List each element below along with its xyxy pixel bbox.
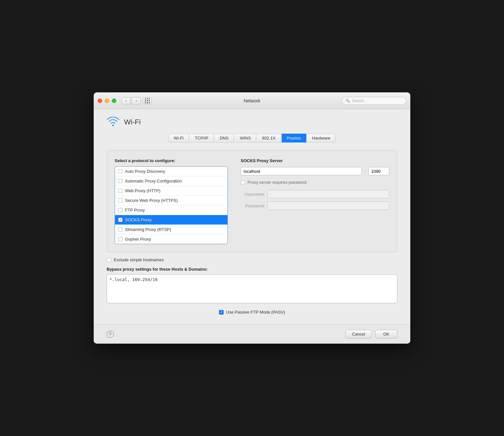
requires-password-row: Proxy server requires password bbox=[241, 180, 389, 185]
ok-button[interactable]: OK bbox=[375, 330, 397, 338]
maximize-button[interactable] bbox=[112, 99, 116, 103]
protocol-gopher-proxy-label: Gopher Proxy bbox=[125, 237, 151, 242]
protocol-ftp-proxy-label: FTP Proxy bbox=[125, 208, 145, 213]
traffic-lights bbox=[98, 99, 116, 103]
passive-checkmark-icon: ✓ bbox=[220, 311, 223, 314]
protocol-auto-config[interactable]: Automatic Proxy Configuration bbox=[115, 176, 227, 186]
wifi-label: Wi-Fi bbox=[124, 118, 141, 126]
checkbox-auto-discovery[interactable] bbox=[118, 169, 122, 173]
grid-view-button[interactable] bbox=[143, 97, 152, 104]
password-label: Password: bbox=[241, 203, 265, 208]
tab-proxies[interactable]: Proxies bbox=[282, 134, 306, 142]
protocol-ftp-proxy[interactable]: FTP Proxy bbox=[115, 205, 227, 215]
passive-ftp-label: Use Passive FTP Mode (PASV) bbox=[226, 310, 285, 315]
server-row: : bbox=[241, 167, 389, 175]
content-area: Wi-Fi Wi-Fi TCP/IP DNS WINS 802.1X Proxi… bbox=[94, 109, 410, 324]
tab-dns[interactable]: DNS bbox=[215, 134, 234, 142]
footer-actions: Cancel OK bbox=[345, 330, 397, 338]
protocol-section-label: Select a protocol to configure: bbox=[115, 158, 228, 163]
protocol-auto-discovery[interactable]: Auto Proxy Discovery bbox=[115, 167, 227, 176]
username-row: Username: bbox=[241, 190, 389, 198]
nav-buttons: ‹ › bbox=[121, 97, 141, 104]
checkbox-auto-config[interactable] bbox=[118, 179, 122, 183]
wifi-icon bbox=[107, 117, 120, 127]
colon-separator: : bbox=[364, 169, 366, 174]
back-button[interactable]: ‹ bbox=[121, 97, 131, 104]
passive-ftp-checkbox[interactable]: ✓ bbox=[219, 310, 224, 315]
bypass-textarea[interactable]: *.local, 169.254/16 bbox=[107, 274, 397, 303]
exclude-label: Exclude simple hostnames bbox=[114, 257, 164, 262]
wifi-header: Wi-Fi bbox=[107, 117, 397, 127]
search-placeholder: Search bbox=[352, 99, 364, 103]
tab-bar: Wi-Fi TCP/IP DNS WINS 802.1X Proxies Har… bbox=[107, 134, 397, 142]
checkbox-secure-web-proxy[interactable] bbox=[118, 198, 122, 202]
socks-server-title: SOCKS Proxy Server bbox=[241, 158, 389, 163]
close-button[interactable] bbox=[98, 99, 102, 103]
main-panel: Select a protocol to configure: Auto Pro… bbox=[107, 150, 397, 252]
protocol-streaming-proxy[interactable]: Streaming Proxy (RTSP) bbox=[115, 225, 227, 234]
search-icon: 🔍 bbox=[345, 99, 350, 103]
forward-button[interactable]: › bbox=[132, 97, 141, 104]
password-input[interactable] bbox=[268, 202, 389, 210]
protocol-web-proxy-http-label: Web Proxy (HTTP) bbox=[125, 188, 161, 193]
username-input[interactable] bbox=[268, 190, 389, 198]
protocol-secure-web-proxy-label: Secure Web Proxy (HTTPS) bbox=[125, 198, 178, 203]
checkbox-web-proxy-http[interactable] bbox=[118, 189, 122, 193]
tab-hardware[interactable]: Hardware bbox=[307, 134, 336, 142]
right-panel: SOCKS Proxy Server : Proxy server requir… bbox=[241, 158, 389, 244]
svg-point-0 bbox=[112, 125, 114, 126]
help-button[interactable]: ? bbox=[107, 331, 114, 338]
left-panel: Select a protocol to configure: Auto Pro… bbox=[115, 158, 228, 244]
search-box[interactable]: 🔍 Search bbox=[342, 97, 406, 105]
tab-8021x[interactable]: 802.1X bbox=[257, 134, 281, 142]
bypass-label: Bypass proxy settings for these Hosts & … bbox=[107, 267, 397, 272]
protocol-socks-proxy-label: SOCKS Proxy bbox=[125, 217, 152, 222]
protocol-web-proxy-http[interactable]: Web Proxy (HTTP) bbox=[115, 186, 227, 196]
minimize-button[interactable] bbox=[105, 99, 109, 103]
requires-password-checkbox[interactable] bbox=[241, 180, 245, 184]
server-port-input[interactable] bbox=[368, 167, 389, 175]
footer: ? Cancel OK bbox=[94, 324, 410, 344]
protocol-socks-proxy[interactable]: ✓ SOCKS Proxy bbox=[115, 215, 227, 225]
protocol-list: Auto Proxy Discovery Automatic Proxy Con… bbox=[115, 166, 228, 244]
checkbox-socks-proxy[interactable]: ✓ bbox=[118, 218, 122, 222]
cancel-button[interactable]: Cancel bbox=[345, 330, 372, 338]
username-label: Username: bbox=[241, 192, 265, 197]
protocol-streaming-proxy-label: Streaming Proxy (RTSP) bbox=[125, 227, 171, 232]
protocol-auto-discovery-label: Auto Proxy Discovery bbox=[125, 169, 165, 174]
network-preferences-window: ‹ › Network 🔍 Search bbox=[94, 92, 410, 344]
server-host-input[interactable] bbox=[241, 167, 362, 175]
tab-wifi[interactable]: Wi-Fi bbox=[168, 134, 189, 142]
exclude-checkbox[interactable] bbox=[107, 258, 111, 262]
titlebar: ‹ › Network 🔍 Search bbox=[94, 92, 410, 109]
requires-password-label: Proxy server requires password bbox=[247, 180, 307, 185]
panel-row: Select a protocol to configure: Auto Pro… bbox=[115, 158, 389, 244]
tab-tcpip[interactable]: TCP/IP bbox=[190, 134, 214, 142]
password-row: Password: bbox=[241, 202, 389, 210]
window-title: Network bbox=[244, 98, 260, 103]
checkbox-gopher-proxy[interactable] bbox=[118, 237, 122, 241]
checkbox-streaming-proxy[interactable] bbox=[118, 227, 122, 232]
checkbox-ftp-proxy[interactable] bbox=[118, 208, 122, 212]
grid-icon bbox=[145, 98, 150, 103]
protocol-auto-config-label: Automatic Proxy Configuration bbox=[125, 179, 182, 183]
bottom-section: Exclude simple hostnames Bypass proxy se… bbox=[107, 257, 397, 315]
protocol-secure-web-proxy[interactable]: Secure Web Proxy (HTTPS) bbox=[115, 196, 227, 205]
passive-ftp-row: ✓ Use Passive FTP Mode (PASV) bbox=[107, 310, 397, 315]
protocol-gopher-proxy[interactable]: Gopher Proxy bbox=[115, 234, 227, 244]
exclude-row: Exclude simple hostnames bbox=[107, 257, 397, 262]
tab-wins[interactable]: WINS bbox=[235, 134, 256, 142]
